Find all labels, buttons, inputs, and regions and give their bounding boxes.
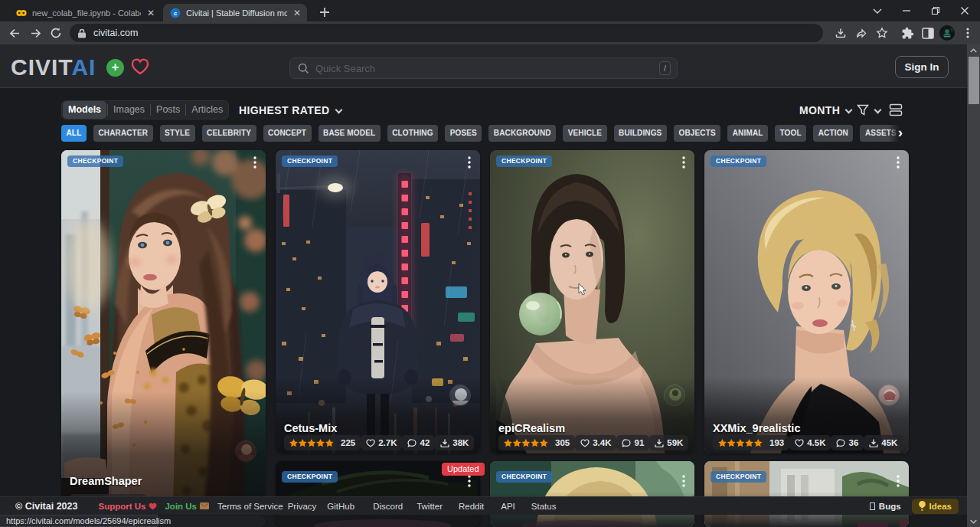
svg-text:c: c: [174, 9, 177, 16]
